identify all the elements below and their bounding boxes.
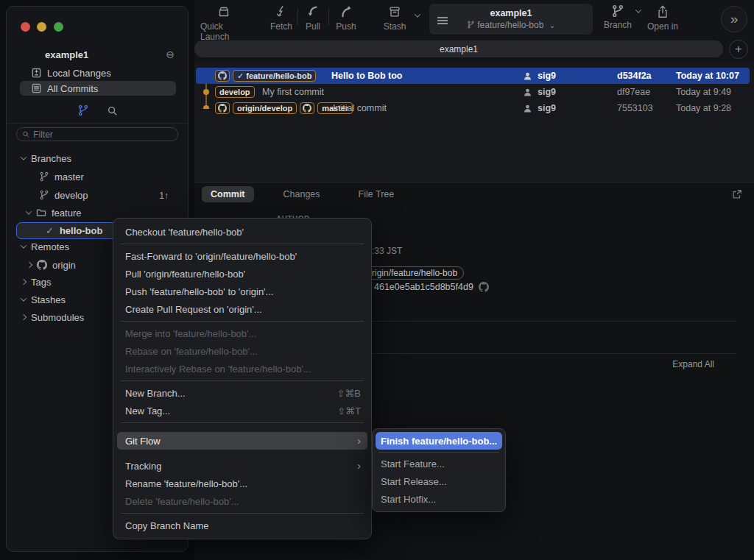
submenu-item-finish[interactable]: Finish feature/hello-bob... bbox=[376, 432, 502, 450]
zoom-window-button[interactable] bbox=[54, 22, 63, 32]
commit-message: Initial commit bbox=[333, 103, 387, 113]
push-button[interactable]: Push bbox=[333, 4, 359, 32]
branches-mode-icon[interactable] bbox=[77, 104, 89, 116]
menu-item-tracking[interactable]: Tracking › bbox=[113, 457, 371, 475]
pull-button[interactable]: Pull bbox=[302, 4, 324, 32]
branch-filter-field[interactable] bbox=[16, 127, 178, 141]
menu-item-delete: Delete 'feature/hello-bob'... bbox=[113, 492, 371, 510]
tree-label: master bbox=[54, 171, 84, 182]
submenu-item-start-hotfix[interactable]: Start Hotfix... bbox=[373, 490, 505, 508]
open-in-button[interactable]: Open in bbox=[645, 4, 680, 32]
quick-launch-button[interactable]: Quick Launch bbox=[200, 4, 247, 42]
minimize-window-button[interactable] bbox=[37, 22, 46, 32]
tree-section-submodules[interactable]: Submodules bbox=[21, 309, 84, 325]
github-icon bbox=[479, 282, 489, 292]
tree-section-tags[interactable]: Tags bbox=[21, 274, 51, 290]
search-mode-icon[interactable] bbox=[107, 105, 118, 116]
tree-item-master[interactable]: master bbox=[39, 169, 84, 185]
tree-item-develop[interactable]: develop bbox=[39, 187, 88, 203]
filter-input[interactable] bbox=[33, 130, 172, 140]
commit-row[interactable]: develop My first commit sig9 df97eae Tod… bbox=[196, 84, 750, 100]
sidebar-item-all-commits[interactable]: All Commits bbox=[20, 81, 176, 96]
selector-repo-name: example1 bbox=[429, 8, 593, 18]
menu-separator bbox=[121, 422, 364, 423]
document-plusminus-icon bbox=[32, 68, 41, 78]
stash-dropdown-chevron-icon[interactable] bbox=[415, 11, 420, 17]
submenu-arrow-icon: › bbox=[357, 435, 361, 447]
fetch-button[interactable]: Fetch bbox=[267, 4, 296, 32]
tree-folder-feature[interactable]: feature bbox=[27, 205, 81, 221]
fetch-icon bbox=[274, 4, 289, 19]
repo-tab-label: example1 bbox=[440, 44, 478, 54]
branch-button[interactable]: Branch bbox=[602, 4, 634, 30]
sidebar-item-local-changes[interactable]: Local Changes bbox=[20, 65, 176, 80]
tree-section-remotes[interactable]: Remotes bbox=[21, 238, 69, 255]
commit-date: Today at 9:49 bbox=[676, 87, 731, 97]
repo-branch-selector[interactable]: example1 feature/hello-bob ⌄ bbox=[429, 4, 593, 35]
sidebar-mode-switcher bbox=[7, 104, 188, 116]
expand-all-button[interactable]: Expand All bbox=[672, 359, 714, 369]
repo-list-icon[interactable] bbox=[437, 17, 448, 24]
full-hash-fragment: 461e0e5ab1c5d8b5f4d9 bbox=[374, 282, 489, 292]
repo-tab-example1[interactable]: example1 bbox=[194, 40, 723, 57]
branch-badge: develop bbox=[215, 86, 255, 98]
tree-section-branches[interactable]: Branches bbox=[21, 150, 71, 166]
menu-item-new-branch[interactable]: New Branch... ⇧⌘B bbox=[113, 384, 371, 402]
menu-item-rename[interactable]: Rename 'feature/hello-bob'... bbox=[113, 475, 371, 492]
remote-branch-badge bbox=[215, 102, 230, 114]
commit-row[interactable]: ✓ feature/hello-bob Hello to Bob too sig… bbox=[196, 68, 750, 84]
detail-separator bbox=[372, 321, 736, 322]
tab-file-tree[interactable]: File Tree bbox=[350, 186, 404, 202]
menu-item-fast-forward[interactable]: Fast-Forward to 'origin/feature/hello-bo… bbox=[113, 247, 371, 265]
toolbar-label: Pull bbox=[306, 21, 320, 32]
stash-button[interactable]: Stash bbox=[380, 4, 409, 32]
push-icon bbox=[339, 4, 353, 19]
add-tab-button[interactable]: + bbox=[729, 40, 748, 59]
commit-time-fragment: :33 JST bbox=[372, 246, 402, 256]
menu-item-checkout[interactable]: Checkout 'feature/hello-bob' bbox=[113, 223, 371, 241]
toolbar-overflow-button[interactable]: » bbox=[721, 6, 747, 32]
close-window-button[interactable] bbox=[21, 22, 30, 32]
tree-label: develop bbox=[54, 190, 88, 201]
menu-item-pull[interactable]: Pull 'origin/feature/hello-bob' bbox=[113, 265, 371, 283]
tree-item-origin[interactable]: origin bbox=[27, 257, 76, 273]
remote-branch-chip: rigin/feature/hello-bob bbox=[365, 266, 464, 280]
commit-row[interactable]: origin/develop master Initial commit sig… bbox=[196, 100, 750, 116]
selector-branch-row[interactable]: feature/hello-bob ⌄ bbox=[429, 20, 593, 30]
menu-item-new-tag[interactable]: New Tag... ⇧⌘T bbox=[113, 402, 371, 419]
branch-icon bbox=[39, 171, 49, 182]
branch-badge-label: develop bbox=[219, 88, 250, 96]
branch-badge-label: feature/hello-bob bbox=[246, 71, 311, 80]
tree-label: feature bbox=[52, 208, 81, 219]
author-name: sig9 bbox=[538, 87, 556, 97]
open-external-icon[interactable] bbox=[732, 189, 742, 199]
menu-item-push[interactable]: Push 'feature/hello-bob' to 'origin'... bbox=[113, 283, 371, 300]
menu-item-git-flow[interactable]: Git Flow › bbox=[117, 432, 367, 450]
tree-label: Stashes bbox=[31, 294, 66, 305]
chevron-right-icon bbox=[21, 279, 27, 285]
menu-item-copy-branch-name[interactable]: Copy Branch Name bbox=[113, 517, 371, 534]
collapse-repo-icon[interactable]: ⊖ bbox=[166, 49, 175, 60]
branch-badge: ✓ feature/hello-bob bbox=[233, 70, 316, 82]
submenu-arrow-icon: › bbox=[357, 460, 361, 472]
github-icon bbox=[303, 104, 311, 113]
tab-commit[interactable]: Commit bbox=[202, 186, 254, 202]
sidebar-item-label: Local Changes bbox=[47, 68, 111, 79]
submenu-item-start-release[interactable]: Start Release... bbox=[373, 472, 505, 490]
avatar-icon bbox=[523, 104, 532, 113]
avatar-icon bbox=[523, 88, 532, 97]
fork-app-window: example1 ⊖ Local Changes All Commits bbox=[0, 0, 754, 560]
chevron-right-icon bbox=[27, 262, 32, 268]
commit-author: sig9 bbox=[523, 103, 556, 113]
menu-item-create-pull-request[interactable]: Create Pull Request on 'origin'... bbox=[113, 300, 371, 318]
menu-item-merge-into: Merge into 'feature/hello-bob'... bbox=[113, 325, 371, 342]
tree-section-stashes[interactable]: Stashes bbox=[21, 291, 66, 308]
submenu-item-start-feature[interactable]: Start Feature... bbox=[373, 455, 505, 472]
branch-dropdown-chevron-icon[interactable] bbox=[635, 7, 641, 13]
remote-branch-badge bbox=[215, 70, 230, 82]
menu-separator bbox=[121, 513, 364, 514]
menu-separator bbox=[378, 452, 499, 453]
selector-branch-name: feature/hello-bob bbox=[477, 20, 543, 30]
github-icon bbox=[218, 71, 227, 80]
tab-changes[interactable]: Changes bbox=[275, 186, 329, 202]
